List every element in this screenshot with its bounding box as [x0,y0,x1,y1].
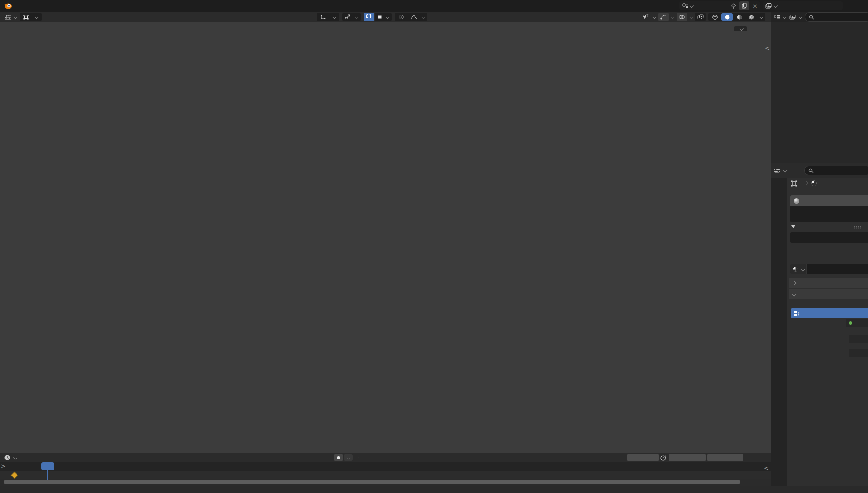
scene-render [0,22,771,453]
outliner-search-input[interactable] [805,12,868,22]
material-icon [811,180,817,187]
playback-controls [334,454,359,461]
scene-selector[interactable]: × [679,1,760,10]
timeline-collapse-icon[interactable]: < [764,465,769,472]
new-datablock-icon[interactable] [739,1,749,10]
timeline-editor-type-button[interactable] [4,454,17,461]
breadcrumb [791,180,820,187]
frame-end-field[interactable] [707,454,743,461]
current-frame-field[interactable] [627,454,659,461]
sidebar-collapse-icon[interactable]: < [765,45,770,51]
properties-content [787,178,868,486]
scene-icon[interactable] [679,1,695,10]
scene-name[interactable] [695,1,729,10]
properties-editor [771,163,868,486]
timeline-ruler[interactable] [0,462,771,471]
nodes-icon [793,310,800,316]
search-icon [809,15,814,20]
timeline-channels[interactable] [0,471,771,479]
object-mode-icon [23,15,29,20]
outliner-display-mode-button[interactable] [789,14,802,20]
proportional-editing-toggle[interactable] [396,13,407,21]
blender-logo-icon[interactable] [4,2,12,9]
shading-wireframe-button[interactable] [709,13,721,21]
view-layer-icon[interactable] [763,1,780,10]
shading-material-button[interactable] [733,13,745,21]
material-slot-row[interactable] [790,195,868,206]
overlays-toggle[interactable] [677,13,687,21]
viewport-3d[interactable]: < [0,22,771,453]
properties-tab-strip [771,178,787,486]
subsurface-method-dropdown[interactable] [849,349,868,357]
material-icon [792,266,799,272]
preview-panel-header[interactable] [789,278,868,288]
snap-target-selector[interactable] [375,13,392,21]
shading-rendered-button[interactable] [746,13,757,21]
shading-solid-button[interactable] [721,13,733,21]
visibility-dropdown[interactable] [642,14,656,20]
timeline-scrollbar[interactable] [4,480,740,484]
properties-header [771,163,868,178]
slot-list-footer [790,232,868,243]
channel-expand-icon[interactable]: < [1,463,6,470]
surface-shader-row [787,319,868,327]
properties-editor-type-button[interactable] [774,168,787,174]
blender-window: × [0,0,868,493]
gizmos-toggle[interactable] [658,13,669,21]
surface-panel-header[interactable] [789,289,868,299]
view-layer-name[interactable] [780,1,843,10]
shader-socket-dot [849,321,852,325]
material-sphere-icon [793,198,799,204]
snap-toggle[interactable] [364,13,374,21]
distribution-dropdown[interactable] [849,335,868,343]
mode-selector[interactable] [20,13,42,21]
material-datablock-row [790,264,868,274]
browse-material-button[interactable] [790,264,806,274]
outliner-header [771,12,868,23]
frame-start-field[interactable] [669,454,706,461]
search-icon [808,168,814,173]
use-nodes-button[interactable] [791,308,868,318]
xray-toggle[interactable] [695,13,706,21]
editor-type-button[interactable] [3,14,18,20]
properties-search-input[interactable] [804,166,868,175]
timeline-editor: < < [0,453,771,486]
topbar: × [0,0,868,12]
view-layer-selector[interactable] [763,1,843,10]
current-frame-badge[interactable] [41,462,54,470]
surface-shader-field[interactable] [846,319,868,327]
options-button[interactable] [734,26,747,31]
transform-orientation-selector[interactable] [317,13,339,21]
status-bar [0,486,868,493]
record-button[interactable] [334,454,343,461]
unlink-icon[interactable]: × [750,1,760,10]
pivot-point-selector[interactable] [342,13,361,21]
slot-specials-button[interactable] [791,225,795,228]
material-slot-list [790,195,868,222]
material-name-field[interactable] [806,264,868,274]
resize-grip-icon[interactable] [854,225,862,229]
timeline-header [0,453,771,462]
proportional-falloff-selector[interactable] [408,13,419,21]
record-options-dropdown[interactable] [344,454,353,461]
keyframe-diamond[interactable] [11,472,18,479]
viewport-header [0,12,771,23]
object-icon [791,180,797,187]
outliner-editor-type-button[interactable] [774,14,786,20]
outliner [771,22,868,164]
orientation-icon [320,14,326,20]
stopwatch-icon [660,454,667,461]
pin-icon[interactable] [729,1,739,10]
